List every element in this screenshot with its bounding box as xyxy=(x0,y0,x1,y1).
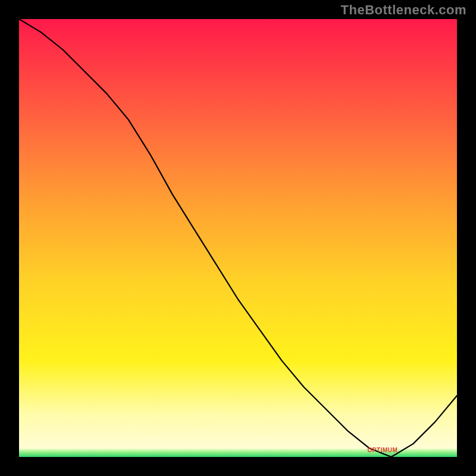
chart-overlay: OPTIMUM xyxy=(19,19,457,457)
bottleneck-curve-line xyxy=(19,19,457,457)
plot-area: OPTIMUM xyxy=(19,19,457,457)
optimum-marker-label: OPTIMUM xyxy=(368,447,398,453)
chart-frame: TheBottleneck.com OPTIMUM xyxy=(0,0,476,476)
watermark-text: TheBottleneck.com xyxy=(341,2,466,18)
